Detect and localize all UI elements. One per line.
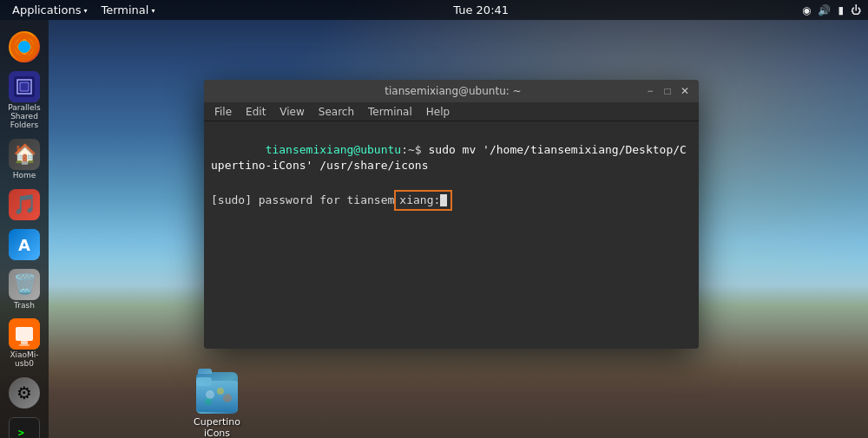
xiaomi-icon [9,318,40,350]
applications-arrow: ▾ [83,7,87,15]
terminal-body[interactable]: tiansemixiang@ubuntu:~$ sudo mv '/home/t… [204,121,699,349]
svg-point-2 [18,41,30,53]
terminal-close-button[interactable]: ✕ [678,84,692,98]
svg-rect-10 [19,344,30,346]
wifi-icon[interactable]: ◉ [802,4,811,16]
dock-item-music[interactable]: 🎵 [5,186,43,223]
dock-item-terminal[interactable]: >_ [5,415,43,438]
xiaomi-label: XiaoMi-usb0 [8,351,41,369]
svg-point-14 [206,390,214,399]
home-icon: 🏠 [9,139,40,170]
terminal-menu-terminal[interactable]: Terminal [361,102,419,121]
svg-point-16 [223,394,232,402]
terminal-window: tiansemixiang@ubuntu: ~ − □ ✕ File Edit … [204,80,699,349]
applications-label: Applications [12,3,81,16]
terminal-minimize-button[interactable]: − [643,84,657,98]
terminal-menu-edit[interactable]: Edit [239,102,273,121]
terminal-menu[interactable]: Terminal ▾ [95,0,160,20]
battery-icon[interactable]: ▮ [838,4,844,16]
terminal-controls: − □ ✕ [643,84,692,98]
terminal-prompt: tiansemixiang@ubuntu [266,143,402,156]
trash-icon: 🗑️ [9,269,40,300]
terminal-menu-help[interactable]: Help [419,102,457,121]
svg-point-15 [217,388,224,395]
music-icon: 🎵 [9,189,40,220]
dock-item-appstore[interactable]: A [5,226,43,263]
appstore-icon: A [9,229,40,260]
svg-text:A: A [18,236,30,254]
volume-icon[interactable]: 🔊 [818,4,831,16]
dock: Parallels Shared Folders 🏠 Home 🎵 [0,20,49,438]
dock-item-xiaomi[interactable]: XiaoMi-usb0 [5,316,43,371]
parallels-icon [9,71,40,102]
terminal-dock-icon: >_ [9,417,40,438]
applications-menu[interactable]: Applications ▾ [7,0,92,20]
terminal-cursor [440,194,447,206]
terminal-menu-search[interactable]: Search [312,102,361,121]
terminal-password-line: [sudo] password for tiansemxiang: [211,190,692,211]
password-input-box: xiang: [394,190,452,211]
terminal-title: tiansemixiang@ubuntu: ~ [263,85,643,97]
desktop-icon-cupertino[interactable]: CupertinoiCons [187,369,247,438]
terminal-password-text: [sudo] password for tiansem [211,193,394,208]
svg-rect-9 [21,341,28,344]
terminal-menu-file[interactable]: File [207,102,239,121]
terminal-command-line: tiansemixiang@ubuntu:~$ sudo mv '/home/t… [211,127,692,190]
dock-item-trash[interactable]: 🗑️ Trash [5,266,43,313]
panel-clock: Tue 20:41 [160,3,802,16]
desktop: Applications ▾ Terminal ▾ Tue 20:41 ◉ 🔊 … [0,0,868,438]
cupertino-folder-icon [196,372,238,414]
top-panel: Applications ▾ Terminal ▾ Tue 20:41 ◉ 🔊 … [0,0,868,20]
terminal-maximize-button[interactable]: □ [661,84,674,98]
dock-item-home[interactable]: 🏠 Home [5,136,43,183]
trash-label: Trash [14,302,35,311]
terminal-arrow: ▾ [151,7,155,15]
home-label: Home [13,172,36,180]
terminal-titlebar: tiansemixiang@ubuntu: ~ − □ ✕ [204,80,699,102]
firefox-icon [9,31,40,62]
cupertino-label: CupertinoiCons [194,416,240,438]
terminal-menubar: File Edit View Search Terminal Help [204,102,699,121]
dock-item-firefox[interactable] [5,29,43,65]
power-icon[interactable]: ⏻ [851,4,861,16]
parallels-label: Parallels Shared Folders [8,104,41,130]
svg-rect-8 [16,327,33,341]
dock-item-parallels[interactable]: Parallels Shared Folders [5,69,43,133]
terminal-menu-view[interactable]: View [273,102,311,121]
panel-left: Applications ▾ Terminal ▾ [7,0,160,20]
panel-right: ◉ 🔊 ▮ ⏻ [802,4,861,16]
svg-point-17 [205,398,212,405]
settings-icon: ⚙️ [9,377,40,409]
dock-item-settings[interactable]: ⚙️ [5,375,43,411]
svg-rect-13 [196,377,212,386]
terminal-label: Terminal [101,3,148,16]
